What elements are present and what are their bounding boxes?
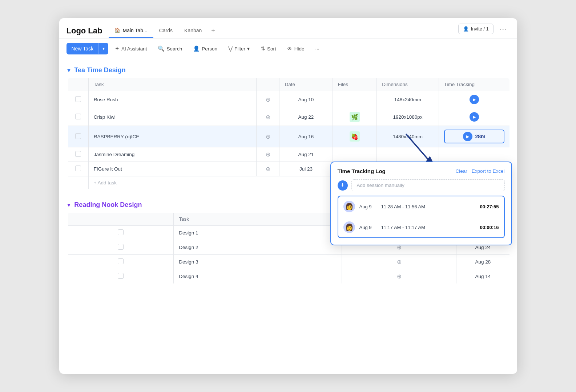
add-session-row: + Add session manually bbox=[338, 179, 505, 191]
row-checkbox[interactable] bbox=[75, 166, 81, 171]
log-entry: 👩 Aug 9 11:28 AM - 11:56 AM 00:27:55 bbox=[338, 196, 504, 217]
task-date: Aug 21 bbox=[279, 147, 333, 162]
table-row: Design 4 ⊕ Aug 14 bbox=[67, 269, 510, 284]
task-date: Aug 22 bbox=[279, 108, 333, 126]
log-duration: 00:27:55 bbox=[480, 204, 499, 209]
file-thumbnail: 🌿 bbox=[350, 112, 360, 122]
export-button[interactable]: Export to Excel bbox=[472, 168, 505, 174]
new-task-dropdown-arrow[interactable]: ▾ bbox=[98, 43, 108, 54]
tea-time-header: ▼ Tea Time Design bbox=[67, 66, 510, 74]
filter-button[interactable]: ⋁ Filter ▾ bbox=[224, 43, 254, 54]
reading-nook-toggle[interactable]: ▼ bbox=[67, 202, 72, 208]
row-checkbox[interactable] bbox=[118, 273, 124, 279]
more-options-button[interactable]: ··· bbox=[311, 44, 324, 54]
col-task-header: Task bbox=[88, 78, 257, 91]
row-checkbox[interactable] bbox=[75, 133, 81, 139]
log-entry: 👩 Aug 9 11:17 AM - 11:17 AM 00:00:16 bbox=[338, 217, 504, 237]
task-name[interactable]: Jasmine Dreaming bbox=[88, 147, 257, 162]
toolbar: New Task ▾ ✦ AI Assistant 🔍 Search 👤 Per… bbox=[59, 38, 517, 59]
task-name[interactable]: Crisp Kiwi bbox=[88, 108, 257, 126]
search-icon: 🔍 bbox=[158, 45, 165, 52]
play-button[interactable]: ▶ bbox=[470, 112, 479, 122]
comment-icon[interactable]: ⊕ bbox=[397, 273, 402, 279]
col-task-header: Task bbox=[174, 213, 342, 226]
task-dim bbox=[377, 147, 439, 162]
tab-main[interactable]: 🏠 Main Tab... bbox=[109, 24, 153, 38]
row-checkbox[interactable] bbox=[75, 96, 81, 102]
comment-icon[interactable]: ⊕ bbox=[266, 151, 270, 158]
task-files bbox=[333, 91, 377, 108]
comment-icon[interactable]: ⊕ bbox=[266, 166, 270, 172]
add-session-manually[interactable]: Add session manually bbox=[351, 179, 505, 191]
avatar: 👩 bbox=[343, 201, 355, 212]
log-time-range: 11:17 AM - 11:17 AM bbox=[381, 225, 476, 230]
clear-button[interactable]: Clear bbox=[455, 168, 467, 174]
new-task-button[interactable]: New Task ▾ bbox=[67, 43, 108, 54]
col-dim-header: Dimensions bbox=[377, 78, 439, 91]
task-dim: 1480x240mm bbox=[377, 126, 439, 147]
col-date-header: Date bbox=[279, 78, 333, 91]
task-date: Aug 10 bbox=[279, 91, 333, 108]
person-icon: 👤 bbox=[193, 45, 200, 52]
task-name[interactable]: FIGure it Out bbox=[88, 162, 257, 176]
add-session-button[interactable]: + bbox=[338, 180, 348, 191]
header-actions: 👤 Invite / 1 ··· bbox=[458, 23, 510, 38]
tea-time-title: Tea Time Design bbox=[74, 66, 125, 74]
tea-time-toggle[interactable]: ▼ bbox=[67, 68, 72, 73]
comment-icon[interactable]: ⊕ bbox=[266, 134, 270, 140]
task-time bbox=[439, 147, 509, 162]
app-window: Logo Lab 🏠 Main Tab... Cards Kanban + 👤 … bbox=[59, 18, 517, 374]
task-name[interactable]: Rose Rush bbox=[88, 91, 257, 108]
task-name[interactable]: Design 1 bbox=[174, 226, 342, 240]
col-time-header: Time Tracking bbox=[439, 78, 509, 91]
tab-kanban[interactable]: Kanban bbox=[178, 24, 208, 38]
task-time[interactable]: ▶ bbox=[439, 91, 509, 108]
task-name[interactable]: Design 3 bbox=[174, 255, 342, 269]
ai-assistant-button[interactable]: ✦ AI Assistant bbox=[110, 43, 152, 54]
log-date: Aug 9 bbox=[359, 204, 377, 209]
person-button[interactable]: 👤 Person bbox=[189, 43, 222, 54]
task-date: Aug 28 bbox=[456, 255, 509, 269]
task-dim: 148x240mm bbox=[377, 91, 439, 108]
invite-icon: 👤 bbox=[463, 26, 469, 32]
hide-button[interactable]: 👁 Hide bbox=[283, 43, 309, 54]
table-header-row: Task Date Files Dimensions Time Tracking bbox=[67, 78, 510, 91]
header: Logo Lab 🏠 Main Tab... Cards Kanban + 👤 … bbox=[59, 18, 517, 38]
sort-button[interactable]: ⇅ Sort bbox=[256, 43, 281, 54]
play-button[interactable]: ▶ bbox=[470, 95, 479, 104]
log-entries: 👩 Aug 9 11:28 AM - 11:56 AM 00:27:55 👩 A… bbox=[338, 196, 505, 238]
hide-icon: 👁 bbox=[287, 46, 293, 52]
task-name[interactable]: RASPBERRY (n)ICE bbox=[88, 126, 257, 147]
filter-icon: ⋁ bbox=[228, 45, 233, 52]
row-checkbox[interactable] bbox=[118, 229, 124, 235]
table-row: RASPBERRY (n)ICE ⊕ Aug 16 🍓 1480x240mm ▶… bbox=[67, 126, 510, 147]
log-date: Aug 9 bbox=[359, 225, 377, 230]
row-checkbox[interactable] bbox=[118, 258, 124, 264]
row-checkbox[interactable] bbox=[75, 114, 81, 119]
task-time[interactable]: ▶ bbox=[439, 108, 509, 126]
task-name[interactable]: Design 2 bbox=[174, 240, 342, 255]
task-files: 🌿 bbox=[333, 108, 377, 126]
task-time-active[interactable]: ▶ 28m bbox=[439, 126, 509, 147]
row-checkbox[interactable] bbox=[118, 244, 124, 250]
col-comment-header bbox=[257, 78, 279, 91]
time-tracking-log-popup: Time Tracking Log Clear Export to Excel … bbox=[330, 162, 512, 245]
log-time-range: 11:28 AM - 11:56 AM bbox=[381, 204, 476, 209]
popup-header: Time Tracking Log Clear Export to Excel bbox=[338, 168, 505, 174]
header-more-button[interactable]: ··· bbox=[497, 23, 510, 34]
col-checkbox-header bbox=[67, 213, 174, 226]
task-name[interactable]: Design 4 bbox=[174, 269, 342, 284]
reading-nook-title: Reading Nook Design bbox=[74, 201, 142, 209]
active-time-cell[interactable]: ▶ 28m bbox=[444, 130, 504, 143]
invite-button[interactable]: 👤 Invite / 1 bbox=[458, 24, 494, 34]
play-button[interactable]: ▶ bbox=[463, 132, 472, 141]
comment-icon[interactable]: ⊕ bbox=[266, 97, 270, 103]
row-checkbox[interactable] bbox=[75, 151, 81, 157]
search-button[interactable]: 🔍 Search bbox=[153, 43, 186, 54]
comment-icon[interactable]: ⊕ bbox=[397, 259, 402, 265]
app-logo: Logo Lab bbox=[67, 26, 102, 36]
comment-icon[interactable]: ⊕ bbox=[266, 114, 270, 120]
add-tab-button[interactable]: + bbox=[208, 24, 219, 37]
tab-cards[interactable]: Cards bbox=[153, 24, 178, 38]
sort-icon: ⇅ bbox=[261, 45, 265, 52]
